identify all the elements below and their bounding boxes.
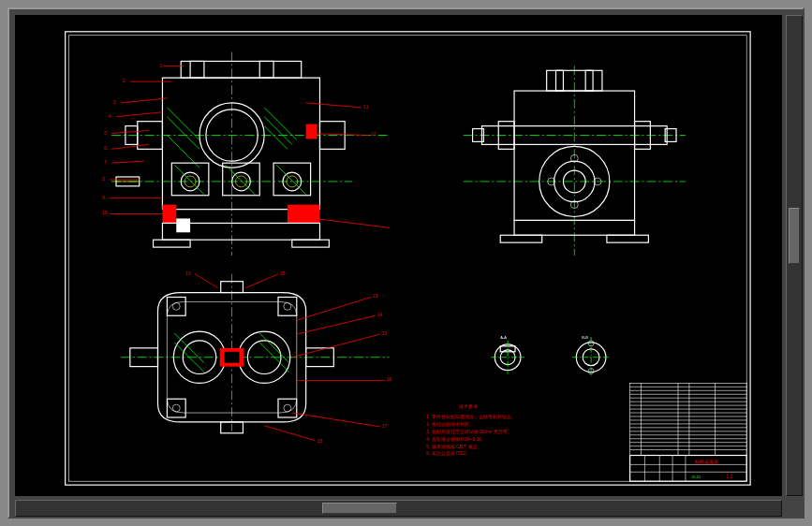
note-5: 5. 轴承游隙按 GB/T 规定。 (426, 444, 482, 449)
leader-7: 7 (104, 160, 107, 165)
svg-line-10 (264, 126, 288, 150)
svg-line-42 (111, 131, 149, 134)
svg-line-82 (264, 426, 315, 441)
leader-16: 16 (387, 377, 392, 382)
svg-line-76 (245, 274, 278, 288)
tech-notes: 技术要求 1. 零件在装配前需清洗，去除毛刺和锐边。 2. 各结合面涂密封胶。 … (426, 403, 515, 456)
scrollbar-thumb-v[interactable] (789, 208, 800, 264)
svg-line-43 (111, 144, 149, 149)
leader-14: 14 (377, 313, 383, 317)
detail-b-label: B-B (582, 335, 588, 340)
svg-line-74 (259, 343, 289, 373)
title-block: 蜗杆减速器 1:2 JX-01 (630, 383, 747, 481)
svg-line-12 (167, 117, 199, 150)
svg-line-50 (316, 218, 390, 227)
svg-rect-37 (292, 240, 330, 247)
note-3: 3. 装配后进行空运转试验 30min 无异常。 (426, 429, 512, 434)
svg-rect-34 (176, 218, 190, 232)
leader-11: 11 (363, 105, 369, 110)
svg-line-78 (297, 315, 376, 334)
leader-3: 3 (113, 100, 116, 105)
svg-rect-103 (500, 235, 541, 242)
note-6: 6. 未注公差按 IT12。 (426, 451, 470, 457)
svg-line-75 (195, 274, 218, 288)
scrollbar-thumb-h[interactable] (322, 503, 397, 514)
svg-line-48 (306, 103, 362, 108)
detail-a-label: A-A (500, 335, 507, 340)
leader-17: 17 (382, 424, 388, 429)
front-view: 1 2 3 4 5 6 7 8 9 10 11 12 (102, 52, 389, 256)
note-2: 2. 各结合面涂密封胶。 (426, 421, 474, 427)
leader-8: 8 (102, 177, 105, 182)
svg-line-44 (111, 161, 144, 163)
note-1: 1. 零件在装配前需清洗，去除毛刺和锐边。 (426, 414, 515, 419)
svg-rect-31 (306, 124, 317, 139)
svg-rect-3 (181, 61, 302, 78)
cad-drawing: 1 2 3 4 5 6 7 8 9 10 11 12 (15, 15, 782, 496)
svg-point-66 (284, 404, 291, 412)
drawing-scale: 1:2 (726, 475, 732, 479)
svg-rect-5 (259, 61, 273, 78)
leader-13: 13 (373, 294, 378, 299)
note-4: 4. 齿轮啮合侧隙 0.08~0.16。 (426, 436, 486, 442)
leader-1: 1 (159, 64, 162, 68)
leader-6: 6 (104, 146, 107, 151)
leader-5: 5 (104, 131, 107, 136)
scrollbar-vertical[interactable] (786, 15, 803, 496)
drawing-border-inner (69, 36, 747, 481)
leader-10: 10 (102, 212, 108, 216)
svg-line-79 (292, 334, 380, 358)
svg-point-64 (172, 404, 180, 412)
detail-views: A-A B-B (491, 335, 610, 378)
svg-point-60 (172, 302, 180, 310)
leader-9: 9 (102, 196, 105, 200)
svg-rect-4 (190, 61, 204, 78)
drawing-number: JX-01 (691, 475, 701, 479)
svg-line-73 (259, 333, 289, 363)
svg-rect-36 (154, 240, 191, 247)
top-view: 13 14 15 16 17 18 19 20 (121, 271, 391, 444)
leader-12: 12 (371, 132, 376, 137)
leader-18: 18 (317, 439, 323, 444)
side-view (464, 66, 686, 256)
svg-line-41 (116, 112, 162, 117)
svg-line-77 (297, 297, 371, 320)
leader-19: 19 (185, 271, 191, 276)
scrollbar-horizontal[interactable] (15, 500, 782, 517)
svg-rect-87 (556, 70, 564, 91)
svg-line-71 (174, 333, 204, 363)
svg-rect-116 (630, 383, 747, 455)
svg-line-40 (121, 98, 167, 103)
svg-rect-88 (585, 70, 593, 91)
svg-point-62 (284, 302, 291, 310)
leader-15: 15 (382, 331, 388, 336)
svg-rect-33 (288, 205, 320, 224)
leader-20: 20 (280, 271, 286, 276)
leader-4: 4 (109, 114, 111, 119)
drawing-canvas[interactable]: 1 2 3 4 5 6 7 8 9 10 11 12 (15, 15, 782, 496)
svg-line-81 (292, 413, 380, 427)
svg-rect-104 (607, 235, 648, 242)
leader-2: 2 (123, 79, 125, 83)
notes-title: 技术要求 (458, 403, 478, 409)
app-window: 1 2 3 4 5 6 7 8 9 10 11 12 (7, 7, 805, 519)
svg-rect-58 (225, 352, 240, 363)
drawing-title: 蜗杆减速器 (695, 459, 718, 464)
